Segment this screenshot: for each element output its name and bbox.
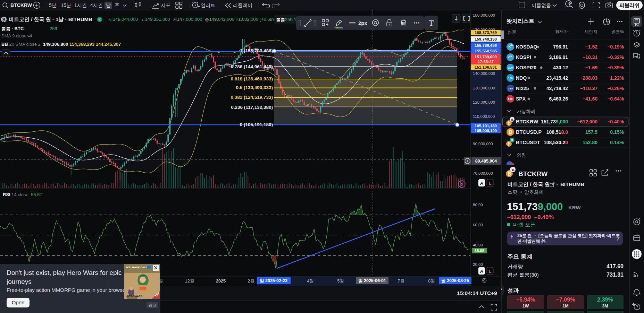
svg-text:₿: ₿ bbox=[508, 129, 512, 135]
svg-text:0.786 (144,961,449): 0.786 (144,961,449) bbox=[231, 64, 273, 69]
svg-text:2월: 2월 bbox=[248, 279, 254, 284]
svg-text:−5.94%: −5.94% bbox=[516, 297, 535, 303]
svg-text:주요 통계: 주요 통계 bbox=[507, 253, 533, 260]
svg-text:430.12: 430.12 bbox=[553, 65, 568, 70]
svg-text:외환: 외환 bbox=[517, 153, 526, 158]
svg-text:731.31: 731.31 bbox=[607, 272, 624, 278]
svg-text:105,009,190: 105,009,190 bbox=[475, 129, 497, 133]
svg-text:20.00: 20.00 bbox=[473, 262, 483, 267]
svg-text:168,373,769: 168,373,769 bbox=[475, 31, 497, 35]
svg-text:심볼: 심볼 bbox=[508, 29, 516, 34]
svg-text:퍼블리쉬: 퍼블리쉬 bbox=[619, 2, 639, 8]
svg-text:42,718.42: 42,718.42 bbox=[546, 86, 568, 91]
svg-text:1 (155,789,486): 1 (155,789,486) bbox=[240, 48, 273, 53]
svg-text:225: 225 bbox=[508, 87, 513, 90]
svg-text:15분: 15분 bbox=[61, 2, 71, 8]
svg-text:HERO WARS: HERO WARS bbox=[127, 295, 142, 297]
svg-text:−110.37: −110.37 bbox=[580, 86, 597, 91]
svg-text:주: 주 bbox=[115, 2, 119, 8]
svg-text:5분: 5분 bbox=[49, 2, 57, 8]
svg-text:이름없음: 이름없음 bbox=[532, 2, 551, 8]
svg-text:108,530.20: 108,530.20 bbox=[544, 140, 568, 145]
svg-text:157.5: 157.5 bbox=[585, 129, 597, 135]
svg-text:4월: 4월 bbox=[307, 279, 313, 284]
svg-text:성과: 성과 bbox=[507, 287, 519, 294]
svg-text:796.91: 796.91 bbox=[553, 44, 568, 50]
svg-text:6,460.26: 6,460.26 bbox=[549, 96, 568, 102]
svg-text:12월: 12월 bbox=[185, 279, 194, 284]
svg-text:8월: 8월 bbox=[428, 279, 435, 284]
svg-text:200: 200 bbox=[508, 66, 513, 69]
svg-text:Free-to-play action MMORPG gam: Free-to-play action MMORPG game in your … bbox=[7, 287, 128, 293]
svg-text:거래량: 거래량 bbox=[507, 263, 523, 269]
svg-text:체인지: 체인지 bbox=[585, 29, 598, 34]
svg-text:151,739,000: 151,739,000 bbox=[507, 201, 563, 212]
svg-text:BTCKRW: BTCKRW bbox=[10, 2, 32, 8]
svg-text:YOU HAVE ONLY 2: YOU HAVE ONLY 2 bbox=[125, 266, 150, 269]
svg-text:마켓 오픈: 마켓 오픈 bbox=[513, 221, 535, 227]
svg-text:1시간: 1시간 bbox=[74, 2, 87, 8]
svg-text:60.00: 60.00 bbox=[473, 223, 483, 227]
svg-text:리플레이: 리플레이 bbox=[233, 2, 252, 8]
svg-text:NI225: NI225 bbox=[516, 86, 529, 91]
svg-text:0.382 (124,519,733): 0.382 (124,519,733) bbox=[231, 95, 273, 100]
svg-text:15:04:14 UTC+9: 15:04:14 UTC+9 bbox=[457, 290, 497, 296]
svg-text:−612,000: −612,000 bbox=[577, 119, 597, 124]
svg-text:140,000,000: 140,000,000 bbox=[473, 71, 495, 76]
svg-text:−1.52: −1.52 bbox=[585, 44, 598, 50]
svg-text:변동%: 변동% bbox=[611, 29, 624, 34]
svg-text:151,739,000: 151,739,000 bbox=[475, 55, 497, 59]
svg-text:A: A bbox=[480, 269, 484, 274]
svg-text:−10.31: −10.31 bbox=[583, 54, 597, 60]
svg-text:인·아발란체 外: 인·아발란체 外 bbox=[517, 239, 546, 244]
svg-text:A: A bbox=[480, 181, 484, 186]
svg-text:KOSPI20: KOSPI20 bbox=[516, 65, 536, 70]
svg-text:3M: 3M bbox=[602, 304, 608, 308]
svg-text:−288.03: −288.03 bbox=[580, 75, 597, 81]
svg-text:35.05: 35.05 bbox=[475, 249, 485, 253]
svg-text:BTCKRW: BTCKRW bbox=[518, 170, 547, 177]
svg-text:−7.09%: −7.09% bbox=[556, 297, 575, 303]
svg-text:BTCUSD.P: BTCUSD.P bbox=[516, 129, 542, 135]
svg-text:KRW: KRW bbox=[568, 205, 581, 210]
svg-text:월 2025-08-25: 월 2025-08-25 bbox=[441, 278, 469, 283]
svg-text:−0.32%: −0.32% bbox=[607, 54, 624, 60]
svg-text:−0.26%: −0.26% bbox=[607, 86, 624, 91]
svg-text:7월: 7월 bbox=[398, 279, 404, 284]
svg-text:1W: 1W bbox=[522, 304, 529, 308]
svg-text:−0.64%: −0.64% bbox=[607, 96, 624, 102]
svg-text:날: 날 bbox=[106, 2, 111, 8]
svg-text:80.00: 80.00 bbox=[473, 203, 483, 207]
svg-text:스팟: 스팟 bbox=[508, 189, 517, 195]
svg-text:17:55:47: 17:55:47 bbox=[478, 60, 494, 64]
svg-text:40.00: 40.00 bbox=[473, 243, 483, 247]
svg-text:일 2025-06-01: 일 2025-06-01 bbox=[358, 278, 386, 283]
svg-text:0.15%: 0.15% bbox=[610, 129, 624, 135]
svg-text:152.80: 152.80 bbox=[583, 140, 597, 145]
svg-text:얼러트: 얼러트 bbox=[201, 2, 215, 8]
svg-text:1M: 1M bbox=[562, 304, 568, 308]
svg-text:90,000,000: 90,000,000 bbox=[473, 142, 493, 146]
svg-text:KOSPI: KOSPI bbox=[516, 54, 531, 60]
svg-text:0.236 (117,132,380): 0.236 (117,132,380) bbox=[231, 105, 273, 110]
svg-text:왓치리스트: 왓치리스트 bbox=[507, 18, 534, 24]
svg-text:155,560,585: 155,560,585 bbox=[475, 49, 497, 53]
svg-text:평균 볼륨(30): 평균 볼륨(30) bbox=[507, 272, 539, 278]
svg-text:151,739,000: 151,739,000 bbox=[541, 119, 568, 124]
svg-text:광고: 광고 bbox=[149, 303, 157, 307]
svg-text:5월: 5월 bbox=[337, 279, 344, 284]
svg-text:₿: ₿ bbox=[508, 142, 511, 146]
svg-text:2px: 2px bbox=[358, 20, 368, 26]
svg-text:BTCUSDT: BTCUSDT bbox=[516, 140, 540, 145]
svg-text:3,186.01: 3,186.01 bbox=[549, 54, 568, 60]
svg-text:₿: ₿ bbox=[508, 121, 511, 125]
svg-text:journeys: journeys bbox=[6, 278, 32, 285]
svg-text:23,415.42: 23,415.42 bbox=[546, 75, 568, 81]
svg-text:₿: ₿ bbox=[507, 171, 511, 176]
svg-text:110,000,000: 110,000,000 bbox=[473, 114, 495, 119]
svg-text:SPX: SPX bbox=[516, 96, 526, 102]
svg-text:BITHUMB: BITHUMB bbox=[560, 181, 584, 187]
svg-text:NDQ: NDQ bbox=[516, 75, 527, 81]
svg-text:−0.39%: −0.39% bbox=[607, 65, 624, 70]
svg-text:0.5 (130,490,333): 0.5 (130,490,333) bbox=[236, 85, 273, 90]
